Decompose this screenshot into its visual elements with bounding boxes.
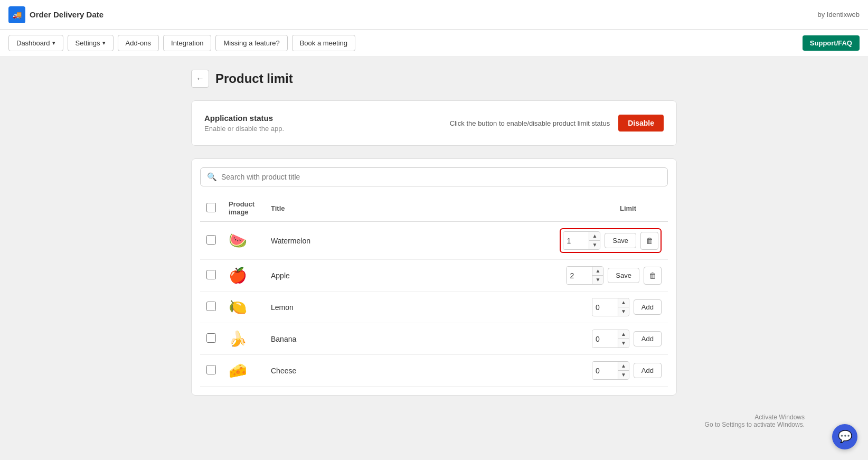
spinner-up-1[interactable]: ▲ (592, 267, 603, 276)
limit-input-4[interactable] (592, 362, 618, 379)
spinner-down-3[interactable]: ▼ (618, 339, 629, 348)
status-title: Application status (204, 114, 284, 123)
spinner-up-4[interactable]: ▲ (618, 362, 629, 371)
table-row: 🧀Cheese▲▼Add (200, 355, 668, 387)
table-row: 🍌Banana▲▼Add (200, 323, 668, 355)
settings-chevron-icon: ▾ (102, 40, 106, 46)
app-icon: 🚚 (8, 6, 25, 23)
product-image-1: 🍎 (229, 267, 247, 284)
spinner-up-3[interactable]: ▲ (618, 330, 629, 339)
limit-input-3[interactable] (592, 330, 618, 348)
row-checkbox-3[interactable] (206, 333, 216, 343)
row-checkbox-4[interactable] (206, 365, 216, 374)
delete-btn-0[interactable]: 🗑 (640, 232, 658, 250)
product-image-0: 🍉 (229, 232, 247, 249)
action-btn-4[interactable]: Add (634, 363, 662, 378)
product-name-2: Lemon (271, 303, 294, 312)
row-checkbox-0[interactable] (206, 235, 216, 245)
dashboard-chevron-icon: ▾ (52, 40, 55, 46)
product-name-0: Watermelon (271, 237, 310, 245)
spinner-down-2[interactable]: ▼ (618, 307, 629, 316)
topbar-left: 🚚 Order Delivery Date (8, 6, 103, 23)
app-title: Order Delivery Date (30, 10, 103, 19)
by-text: by Identixweb (818, 11, 860, 18)
integration-button[interactable]: Integration (163, 35, 211, 51)
limit-input-2[interactable] (592, 298, 618, 316)
page-title: Product limit (215, 71, 293, 86)
col-header-image: Product image (229, 200, 254, 216)
row-checkbox-1[interactable] (206, 270, 216, 279)
missing-feature-button[interactable]: Missing a feature? (215, 35, 287, 51)
table-row: 🍉Watermelon▲▼Save🗑 (200, 222, 668, 260)
product-table: Product image Title Limit 🍉Watermelon▲▼S… (200, 195, 668, 387)
table-row: 🍋Lemon▲▼Add (200, 292, 668, 323)
settings-button[interactable]: Settings ▾ (68, 35, 114, 51)
action-btn-0[interactable]: Save (605, 233, 636, 248)
disable-button[interactable]: Disable (618, 115, 664, 132)
spinner-down-4[interactable]: ▼ (618, 371, 629, 379)
col-header-title: Title (271, 204, 285, 212)
spinner-wrap-4: ▲▼ (592, 361, 629, 380)
action-btn-1[interactable]: Save (608, 268, 639, 283)
action-btn-2[interactable]: Add (634, 299, 662, 315)
product-name-3: Banana (271, 335, 296, 343)
spinner-up-0[interactable]: ▲ (589, 232, 600, 241)
main-content: ← Product limit Application status Enabl… (170, 57, 698, 408)
spinner-down-0[interactable]: ▼ (589, 241, 600, 249)
table-body: 🍉Watermelon▲▼Save🗑🍎Apple▲▼Save🗑🍋Lemon▲▼A… (200, 222, 668, 387)
product-image-4: 🧀 (229, 362, 247, 379)
spinner-down-1[interactable]: ▼ (592, 276, 603, 284)
navbar: Dashboard ▾ Settings ▾ Add-ons Integrati… (0, 30, 868, 57)
support-faq-button[interactable]: Support/FAQ (803, 35, 860, 51)
product-name-1: Apple (271, 271, 290, 280)
row-checkbox-2[interactable] (206, 302, 216, 311)
product-name-4: Cheese (271, 367, 296, 375)
book-meeting-button[interactable]: Book a meeting (292, 35, 355, 51)
app-icon-glyph: 🚚 (13, 11, 22, 19)
spinner-up-2[interactable]: ▲ (618, 298, 629, 307)
select-all-checkbox[interactable] (206, 203, 216, 212)
delete-btn-1[interactable]: 🗑 (644, 267, 662, 285)
status-description: Enable or disable the app. (204, 125, 284, 133)
search-input[interactable] (221, 173, 661, 181)
limit-controls-highlighted-0: ▲▼Save🗑 (560, 228, 662, 253)
navbar-left: Dashboard ▾ Settings ▾ Add-ons Integrati… (8, 35, 355, 51)
table-header: Product image Title Limit (200, 195, 668, 222)
table-row: 🍎Apple▲▼Save🗑 (200, 260, 668, 292)
status-left: Application status Enable or disable the… (204, 114, 284, 133)
dashboard-button[interactable]: Dashboard ▾ (8, 35, 63, 51)
product-table-container: 🔍 Product image Title Limit (191, 158, 677, 396)
limit-input-0[interactable] (563, 232, 589, 249)
spinner-wrap-0: ▲▼ (563, 231, 600, 250)
page-header: ← Product limit (191, 70, 677, 88)
limit-input-1[interactable] (567, 267, 592, 284)
product-image-2: 🍋 (229, 299, 247, 315)
topbar: 🚚 Order Delivery Date by Identixweb (0, 0, 868, 30)
back-button[interactable]: ← (191, 70, 209, 88)
application-status-section: Application status Enable or disable the… (191, 100, 677, 146)
addons-button[interactable]: Add-ons (118, 35, 159, 51)
spinner-wrap-2: ▲▼ (592, 298, 629, 316)
action-btn-3[interactable]: Add (634, 331, 662, 346)
spinner-wrap-3: ▲▼ (592, 330, 629, 348)
spinner-wrap-1: ▲▼ (566, 266, 603, 285)
status-info-text: Click the button to enable/disable produ… (450, 119, 610, 127)
search-bar: 🔍 (200, 167, 668, 186)
search-icon: 🔍 (207, 172, 217, 182)
col-header-limit: Limit (620, 204, 636, 212)
status-right: Click the button to enable/disable produ… (450, 115, 664, 132)
product-image-3: 🍌 (229, 331, 247, 347)
